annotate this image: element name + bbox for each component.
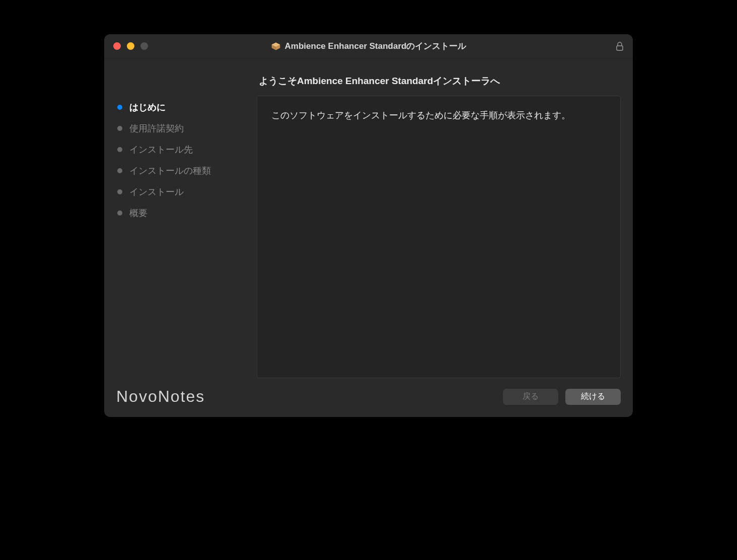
steps-sidebar: はじめに 使用許諾契約 インストール先 インストールの種類 インストール [113,67,257,383]
titlebar: Ambience Enhancer Standardのインストール [104,34,633,58]
svg-rect-0 [617,46,623,50]
bullet-icon [117,147,122,152]
title-center: Ambience Enhancer Standardのインストール [104,40,633,52]
step-label: はじめに [129,101,166,113]
step-label: 使用許諾契約 [129,122,184,134]
panel-message: このソフトウェアをインストールするために必要な手順が表示されます。 [271,108,606,123]
bullet-icon [117,189,122,194]
package-icon [271,41,281,51]
step-installation: インストール [117,181,257,202]
maximize-window-button [140,42,148,50]
step-installation-type: インストールの種類 [117,160,257,181]
step-summary: 概要 [117,202,257,224]
minimize-window-button[interactable] [127,42,134,50]
step-label: インストール先 [129,144,193,156]
button-group: 戻る 続ける [503,389,621,405]
step-license: 使用許諾契約 [117,118,257,139]
main-area: はじめに 使用許諾契約 インストール先 インストールの種類 インストール [104,58,633,383]
bullet-icon [117,211,122,216]
continue-button[interactable]: 続ける [565,389,621,405]
step-label: インストールの種類 [129,165,211,177]
brand-logo: NovoNotes [116,387,205,406]
step-destination: インストール先 [117,139,257,160]
installer-window: Ambience Enhancer Standardのインストール はじめに 使… [104,34,633,417]
lock-icon[interactable] [616,42,624,51]
panel-box: このソフトウェアをインストールするために必要な手順が表示されます。 [257,96,621,378]
content-area: はじめに 使用許諾契約 インストール先 インストールの種類 インストール [104,58,633,417]
panel-heading: ようこそAmbience Enhancer Standardインストーラへ [257,67,621,96]
traffic-lights [113,42,148,50]
step-label: 概要 [129,207,148,219]
bullet-icon [117,105,122,110]
bullet-icon [117,168,122,173]
step-introduction: はじめに [117,97,257,118]
right-panel: ようこそAmbience Enhancer Standardインストーラへ この… [257,67,621,383]
window-title: Ambience Enhancer Standardのインストール [285,40,467,52]
footer: NovoNotes 戻る 続ける [104,383,633,417]
bullet-icon [117,126,122,131]
close-window-button[interactable] [113,42,121,50]
back-button[interactable]: 戻る [503,389,558,405]
step-label: インストール [129,186,184,198]
